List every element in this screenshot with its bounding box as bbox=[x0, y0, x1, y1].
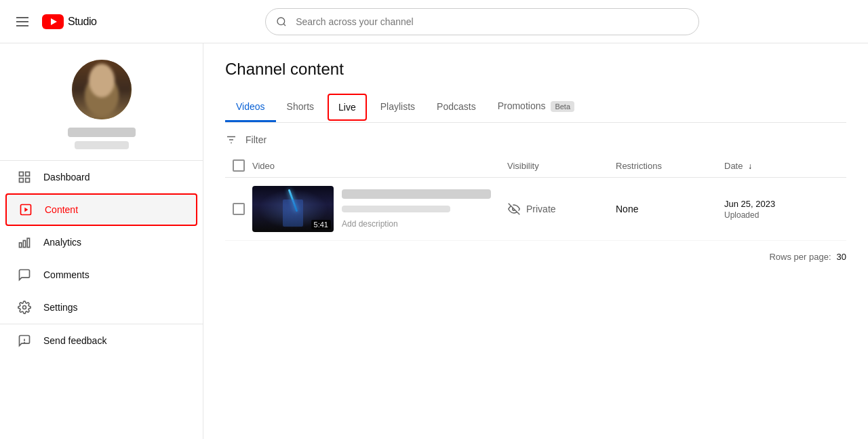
sidebar-bottom: Send feedback bbox=[0, 324, 203, 357]
channel-handle-blur bbox=[75, 141, 129, 149]
svg-marker-9 bbox=[24, 208, 28, 212]
sidebar-item-comments-label: Comments bbox=[43, 269, 90, 280]
svg-point-13 bbox=[23, 306, 26, 309]
video-title-blur bbox=[342, 189, 491, 199]
svg-point-15 bbox=[24, 343, 25, 343]
video-info: Add description bbox=[342, 189, 491, 229]
private-icon bbox=[507, 202, 521, 216]
table-header: Video Visibility Restrictions Date ↓ bbox=[225, 154, 846, 178]
comments-icon bbox=[16, 267, 33, 283]
sidebar-nav: Dashboard Content Anal bbox=[0, 161, 203, 357]
channel-name-blur bbox=[68, 128, 136, 137]
sidebar-item-analytics-label: Analytics bbox=[43, 237, 81, 248]
select-all-checkbox[interactable] bbox=[233, 159, 245, 172]
tab-promotions[interactable]: Promotions Beta bbox=[487, 92, 585, 122]
topbar: Studio bbox=[0, 0, 868, 43]
svg-line-3 bbox=[283, 24, 285, 26]
logo-area: Studio bbox=[42, 14, 96, 29]
search-icon bbox=[276, 16, 287, 27]
sidebar-item-dashboard[interactable]: Dashboard bbox=[0, 161, 203, 193]
rows-per-page-label: Rows per page: bbox=[769, 252, 831, 262]
video-thumbnail[interactable]: 5:41 bbox=[252, 186, 334, 232]
hamburger-menu[interactable] bbox=[11, 12, 34, 32]
tab-shorts[interactable]: Shorts bbox=[276, 93, 325, 122]
channel-info bbox=[0, 43, 203, 161]
page-title: Channel content bbox=[225, 60, 846, 79]
video-title-blur-2 bbox=[342, 206, 450, 212]
sidebar-item-content[interactable]: Content bbox=[5, 193, 197, 226]
row-check[interactable] bbox=[225, 203, 252, 215]
avatar bbox=[72, 60, 132, 119]
sidebar-item-feedback-label: Send feedback bbox=[43, 335, 106, 346]
filter-label: Filter bbox=[245, 134, 267, 145]
feedback-icon bbox=[16, 332, 33, 349]
tab-videos[interactable]: Videos bbox=[225, 93, 276, 122]
svg-rect-10 bbox=[20, 243, 22, 248]
tab-live[interactable]: Live bbox=[328, 94, 367, 121]
settings-icon bbox=[16, 299, 33, 316]
svg-rect-5 bbox=[26, 172, 30, 176]
topbar-left: Studio bbox=[11, 12, 96, 32]
duration-badge: 5:41 bbox=[311, 220, 331, 229]
sidebar: Dashboard Content Anal bbox=[0, 43, 203, 439]
restrictions-cell: None bbox=[616, 204, 724, 214]
sidebar-item-settings-label: Settings bbox=[43, 302, 78, 313]
main-content: Channel content Videos Shorts Live Playl… bbox=[203, 43, 868, 439]
date-cell: Jun 25, 2023 Uploaded bbox=[724, 199, 846, 220]
sidebar-item-feedback[interactable]: Send feedback bbox=[0, 324, 203, 357]
youtube-logo-icon bbox=[42, 14, 64, 29]
row-checkbox[interactable] bbox=[233, 203, 245, 215]
svg-point-2 bbox=[277, 18, 285, 25]
beta-badge: Beta bbox=[551, 101, 574, 112]
sidebar-item-dashboard-label: Dashboard bbox=[43, 172, 90, 183]
svg-rect-12 bbox=[27, 238, 29, 247]
visibility-label: Private bbox=[526, 204, 556, 214]
visibility-cell: Private bbox=[507, 202, 616, 216]
header-visibility: Visibility bbox=[507, 161, 616, 171]
svg-rect-6 bbox=[20, 178, 24, 183]
header-check[interactable] bbox=[225, 159, 252, 172]
sidebar-item-comments[interactable]: Comments bbox=[0, 259, 203, 291]
content-icon bbox=[18, 202, 34, 218]
svg-rect-4 bbox=[20, 172, 24, 176]
layout: Dashboard Content Anal bbox=[0, 43, 868, 439]
figure-decoration bbox=[283, 199, 303, 227]
svg-rect-7 bbox=[26, 178, 30, 183]
sidebar-item-analytics[interactable]: Analytics bbox=[0, 226, 203, 259]
date-status: Uploaded bbox=[724, 210, 846, 220]
tabs: Videos Shorts Live Playlists Podcasts Pr… bbox=[225, 92, 846, 123]
search-input[interactable] bbox=[265, 8, 699, 35]
analytics-icon bbox=[16, 234, 33, 250]
table-footer: Rows per page: 30 bbox=[225, 241, 846, 273]
sidebar-item-content-label: Content bbox=[45, 204, 78, 215]
tab-podcasts[interactable]: Podcasts bbox=[426, 93, 487, 122]
filter-icon bbox=[225, 134, 237, 146]
date-value: Jun 25, 2023 bbox=[724, 199, 846, 209]
svg-rect-11 bbox=[23, 241, 25, 248]
sidebar-item-settings[interactable]: Settings bbox=[0, 291, 203, 324]
search-bar bbox=[265, 8, 699, 35]
table-row: 5:41 Add description Private None bbox=[225, 178, 846, 241]
studio-label: Studio bbox=[68, 16, 96, 28]
header-date[interactable]: Date ↓ bbox=[724, 161, 846, 171]
sort-desc-icon: ↓ bbox=[748, 161, 752, 171]
header-video: Video bbox=[252, 161, 507, 171]
video-cell: 5:41 Add description bbox=[252, 186, 507, 232]
header-restrictions: Restrictions bbox=[616, 161, 724, 171]
filter-bar[interactable]: Filter bbox=[225, 123, 846, 154]
tab-playlists[interactable]: Playlists bbox=[370, 93, 426, 122]
video-description[interactable]: Add description bbox=[342, 219, 491, 229]
dashboard-icon bbox=[16, 169, 33, 185]
rows-per-page-value: 30 bbox=[837, 252, 846, 262]
